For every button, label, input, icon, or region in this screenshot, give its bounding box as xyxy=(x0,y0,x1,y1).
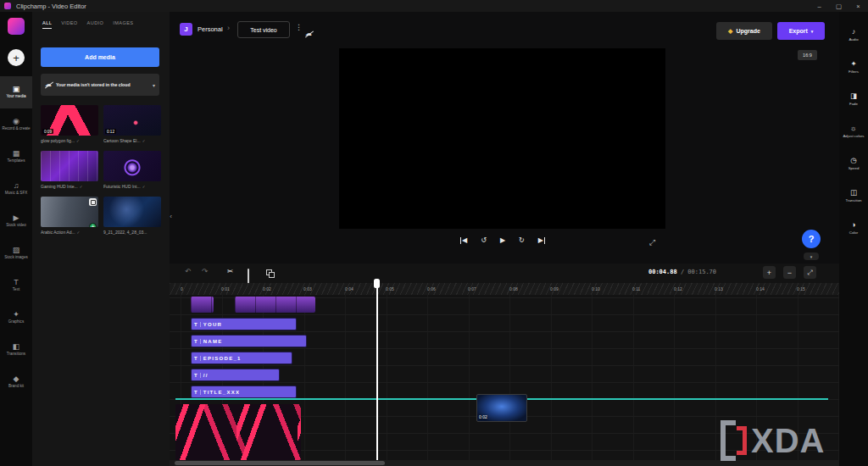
sidebar-item-templates[interactable]: ▦ Templates xyxy=(0,141,32,173)
sidebar-item-music-sfx[interactable]: ♫ Music & SFX xyxy=(0,173,32,205)
media-thumbnail[interactable] xyxy=(103,197,161,227)
video-preview xyxy=(339,48,665,229)
media-item[interactable]: 9_21_2022, 4_28_03... xyxy=(103,197,161,235)
sidebar-item-text[interactable]: T Text xyxy=(0,269,32,302)
scrollbar-thumb[interactable] xyxy=(175,461,385,465)
text-clip[interactable]: T TITLE_XXX xyxy=(191,386,297,398)
zoom-out-button[interactable]: − xyxy=(783,266,796,279)
video-clip-glow-polygon[interactable] xyxy=(175,404,301,460)
media-thumbnail[interactable]: 0:12 xyxy=(103,105,161,136)
maximize-button[interactable]: ▢ xyxy=(829,0,849,12)
video-filmstrip-clip[interactable] xyxy=(191,297,214,313)
zoom-fit-button[interactable]: ⤢ xyxy=(804,266,816,279)
sidebar-item-graphics[interactable]: ✦ Graphics xyxy=(0,302,32,334)
sidebar-item-label: Stock video xyxy=(2,223,31,227)
panel-item-speed[interactable]: ◷ Speed xyxy=(839,147,868,180)
panel-item-filters[interactable]: ✦ Filters xyxy=(839,51,868,83)
sidebar-item-label: Record & create xyxy=(2,126,31,130)
tab-all[interactable]: ALL xyxy=(42,20,52,29)
panel-item-adjust-colors[interactable]: ☼ Adjust colors xyxy=(839,115,868,147)
media-item[interactable]: + Arabic Action Ad... ✓ xyxy=(41,197,98,235)
breadcrumb-workspace[interactable]: Personal xyxy=(198,25,223,33)
media-item[interactable]: Gaming HUD Inte... ✓ xyxy=(41,151,98,189)
split-icon[interactable]: ✂ xyxy=(227,267,233,275)
panel-item-transition[interactable]: ◫ Transition xyxy=(839,180,868,212)
sidebar-item-stock-video[interactable]: ▶ Stock video xyxy=(0,205,32,237)
duplicate-icon[interactable] xyxy=(266,269,273,276)
play-icon[interactable]: ▶ xyxy=(500,237,505,244)
project-title-input[interactable]: Test video xyxy=(237,21,290,38)
media-item[interactable]: 0:09 glow polygon fig... ✓ xyxy=(41,105,98,143)
sidebar-item-transitions[interactable]: ◧ Transitions xyxy=(0,334,32,366)
sidebar-item-label: Your media xyxy=(2,94,31,98)
media-thumbnail[interactable]: 0:09 xyxy=(41,105,98,136)
collapse-panel-button[interactable]: ‹ xyxy=(167,208,175,225)
text-icon: T xyxy=(14,279,19,286)
text-clip[interactable]: T EPISODE_1 xyxy=(191,352,292,364)
sidebar-item-record-create[interactable]: ◉ Record & create xyxy=(0,108,32,141)
media-thumbnail[interactable] xyxy=(103,151,161,181)
add-media-button[interactable]: Add media xyxy=(41,47,159,67)
skip-to-end-icon[interactable]: ▶ xyxy=(538,237,545,244)
text-clip[interactable]: T // xyxy=(191,369,280,381)
color-icon: ◑ xyxy=(851,221,855,229)
sidebar-item-stock-images[interactable]: ▨ Stock images xyxy=(0,237,32,269)
video-filmstrip-clip[interactable] xyxy=(235,297,315,313)
brand-kit-icon: ◆ xyxy=(14,375,19,383)
playhead[interactable] xyxy=(376,280,378,460)
text-clip-icon: T xyxy=(194,322,201,327)
skip-to-start-icon[interactable]: ◀ xyxy=(460,237,467,244)
playhead-handle[interactable] xyxy=(374,279,380,288)
chevron-down-icon[interactable]: ▾ xyxy=(153,82,155,88)
tab-video[interactable]: VIDEO xyxy=(61,20,77,29)
tab-images[interactable]: IMAGES xyxy=(113,20,133,29)
video-clip[interactable]: 0:02 xyxy=(476,394,527,422)
panel-item-fade[interactable]: ◨ Fade xyxy=(839,83,868,115)
export-button[interactable]: Export ▾ xyxy=(777,22,825,40)
horizontal-scrollbar[interactable] xyxy=(170,460,839,466)
xda-bracket-icon xyxy=(721,420,736,461)
text-clip-icon: T xyxy=(194,373,201,378)
fade-icon: ◨ xyxy=(850,92,857,100)
minimize-button[interactable]: – xyxy=(810,0,829,12)
panel-item-color[interactable]: ◑ Color xyxy=(839,212,868,244)
sidebar-item-brand-kit[interactable]: ◆ Brand kit xyxy=(0,366,32,398)
upgrade-label: Upgrade xyxy=(736,28,760,34)
tab-audio[interactable]: AUDIO xyxy=(87,20,104,29)
more-options-icon[interactable]: ⋮ xyxy=(295,23,303,31)
panel-item-audio[interactable]: ♪ Audio xyxy=(839,19,868,51)
text-clip[interactable]: T NAME xyxy=(191,335,307,347)
fullscreen-icon[interactable]: ⤢ xyxy=(649,238,655,247)
zoom-in-button[interactable]: + xyxy=(763,266,776,279)
forward-icon[interactable]: ↻ xyxy=(519,237,525,244)
timeline-ruler[interactable]: 0 0:01 0:02 0:03 0:04 0:05 0:06 0:07 0:0… xyxy=(170,283,839,295)
panel-item-label: Speed xyxy=(840,166,867,170)
sidebar-item-your-media[interactable]: ▣ Your media xyxy=(0,76,32,108)
text-clip-label: NAME xyxy=(203,339,223,344)
cloud-storage-notice[interactable]: ☁ Your media isn't stored in the cloud ▾ xyxy=(41,74,159,96)
text-clip[interactable]: T YOUR xyxy=(191,318,297,330)
media-item[interactable]: 0:12 Cartoon Shape El... ✓ xyxy=(103,105,161,143)
add-to-timeline-icon[interactable]: + xyxy=(89,223,97,227)
upgrade-button[interactable]: ◆ Upgrade xyxy=(716,22,772,40)
avatar[interactable]: J xyxy=(180,23,192,36)
graphics-icon: ✦ xyxy=(13,311,19,319)
help-button[interactable]: ? xyxy=(802,230,821,248)
redo-icon[interactable]: ↷ xyxy=(202,267,208,275)
delete-media-icon[interactable] xyxy=(89,198,97,206)
record-icon: ◉ xyxy=(13,118,19,125)
media-item[interactable]: Futuristic HUD Int... ✓ xyxy=(103,151,161,189)
rewind-icon[interactable]: ↺ xyxy=(481,237,487,244)
export-label: Export xyxy=(789,28,808,34)
undo-icon[interactable]: ↶ xyxy=(185,267,191,275)
delete-icon[interactable] xyxy=(248,269,253,276)
cloud-sync-off-icon: ☁ xyxy=(305,24,312,39)
add-button[interactable]: + xyxy=(8,49,25,66)
media-item-name: glow polygon fig... xyxy=(41,138,75,143)
aspect-ratio-badge[interactable]: 16:9 xyxy=(798,50,817,60)
media-thumbnail[interactable] xyxy=(41,151,98,181)
close-button[interactable]: × xyxy=(849,0,868,12)
media-thumbnail[interactable]: + xyxy=(41,197,98,227)
collapse-preview-button[interactable]: ▾ xyxy=(804,252,819,260)
transition-icon: ◫ xyxy=(850,189,857,197)
